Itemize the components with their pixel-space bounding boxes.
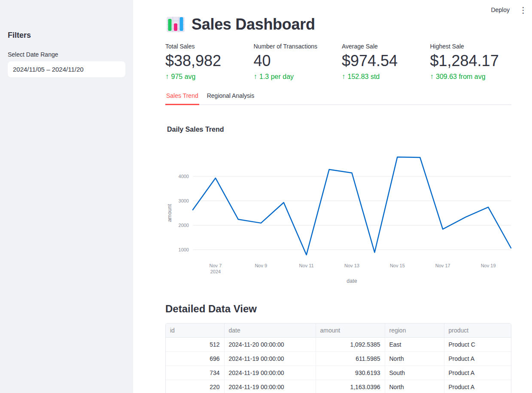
svg-text:Nov 11: Nov 11 <box>299 263 314 268</box>
metric-value: $974.54 <box>342 53 423 69</box>
metric-highest-sale: Highest Sale $1,284.17 ↑ 309.63 from avg <box>430 43 512 81</box>
metric-label: Highest Sale <box>430 43 512 50</box>
table-cell[interactable]: Product A <box>444 380 511 393</box>
app-window: Filters Select Date Range 2024/11/05 – 2… <box>0 0 532 393</box>
metric-delta: ↑ 975 avg <box>165 73 247 81</box>
kebab-menu-icon[interactable]: ⋮ <box>519 6 527 14</box>
date-range-value: 2024/11/05 – 2024/11/20 <box>13 66 84 73</box>
table-cell[interactable]: 2024-11-19 00:00:00 <box>224 380 316 393</box>
metrics-row: Total Sales $38,982 ↑ 975 avg Number of … <box>165 43 511 81</box>
table-cell[interactable]: 734 <box>166 366 224 380</box>
arrow-up-icon: ↑ <box>430 73 434 81</box>
svg-text:date: date <box>347 278 357 284</box>
app-header: Deploy ⋮ <box>483 0 532 20</box>
table-cell[interactable]: 2024-11-20 00:00:00 <box>224 338 316 352</box>
table-header-row: iddateamountregionproduct <box>166 323 511 338</box>
table-cell[interactable]: Product A <box>444 352 511 366</box>
metric-delta-text: 152.83 std <box>348 73 380 81</box>
svg-text:Nov 13: Nov 13 <box>344 263 359 268</box>
metric-delta: ↑ 152.83 std <box>342 73 423 81</box>
column-header-region[interactable]: region <box>385 323 444 338</box>
metric-num-transactions: Number of Transactions 40 ↑ 1.3 per day <box>254 43 335 81</box>
arrow-up-icon: ↑ <box>342 73 346 81</box>
table-cell[interactable]: 1,092.5385 <box>316 338 385 352</box>
date-range-widget: Select Date Range 2024/11/05 – 2024/11/2… <box>8 51 125 77</box>
table-cell[interactable]: East <box>385 338 444 352</box>
line-chart-canvas: 1000200030004000Nov 72024Nov 9Nov 11Nov … <box>165 139 515 290</box>
metric-delta: ↑ 1.3 per day <box>254 73 335 81</box>
page-title: Sales Dashboard <box>192 15 315 33</box>
svg-text:4000: 4000 <box>179 174 189 179</box>
metric-value: 40 <box>254 53 335 69</box>
svg-text:2024: 2024 <box>210 269 221 274</box>
metric-total-sales: Total Sales $38,982 ↑ 975 avg <box>165 43 247 81</box>
table-cell[interactable]: 611.5985 <box>316 352 385 366</box>
sidebar: Filters Select Date Range 2024/11/05 – 2… <box>0 0 133 393</box>
table-cell[interactable]: 512 <box>166 338 224 352</box>
chart-title: Daily Sales Trend <box>167 126 511 133</box>
table-cell[interactable]: 1,163.0396 <box>316 380 385 393</box>
data-table[interactable]: iddateamountregionproduct5122024-11-20 0… <box>165 323 511 393</box>
tab-sales-trend[interactable]: Sales Trend <box>165 92 199 104</box>
main-content: Sales Dashboard Total Sales $38,982 ↑ 97… <box>165 0 511 393</box>
table-cell[interactable]: 220 <box>166 380 224 393</box>
table-row: 6962024-11-19 00:00:00611.5985NorthProdu… <box>166 352 511 366</box>
date-range-input[interactable]: 2024/11/05 – 2024/11/20 <box>8 61 125 77</box>
table-cell[interactable]: Product C <box>444 338 511 352</box>
section-title-detailed-data: Detailed Data View <box>165 303 511 315</box>
arrow-up-icon: ↑ <box>165 73 169 81</box>
svg-text:Nov 7: Nov 7 <box>210 263 222 268</box>
metric-label: Total Sales <box>165 43 247 50</box>
arrow-up-icon: ↑ <box>254 73 258 81</box>
column-header-product[interactable]: product <box>444 323 511 338</box>
table-row: 2202024-11-19 00:00:001,163.0396NorthPro… <box>166 380 511 393</box>
svg-text:amount: amount <box>167 204 173 222</box>
bar-chart-emoji-icon <box>166 16 185 33</box>
table-cell[interactable]: South <box>385 366 444 380</box>
table-cell[interactable]: 2024-11-19 00:00:00 <box>224 366 316 380</box>
metric-value: $38,982 <box>165 53 247 69</box>
tab-regional-analysis[interactable]: Regional Analysis <box>206 92 255 104</box>
metric-label: Number of Transactions <box>254 43 335 50</box>
table-row: 5122024-11-20 00:00:001,092.5385EastProd… <box>166 338 511 352</box>
daily-sales-trend-chart: 1000200030004000Nov 72024Nov 9Nov 11Nov … <box>165 139 511 290</box>
tab-bar: Sales Trend Regional Analysis <box>165 92 511 105</box>
sidebar-title: Filters <box>8 31 125 40</box>
date-range-label: Select Date Range <box>8 51 125 58</box>
column-header-date[interactable]: date <box>224 323 316 338</box>
table-cell[interactable]: Product A <box>444 366 511 380</box>
svg-text:1000: 1000 <box>179 247 189 252</box>
table-cell[interactable]: North <box>385 352 444 366</box>
svg-text:2000: 2000 <box>179 223 189 228</box>
svg-text:3000: 3000 <box>179 198 189 203</box>
column-header-id[interactable]: id <box>166 323 224 338</box>
column-header-amount[interactable]: amount <box>316 323 385 338</box>
metric-delta-text: 975 avg <box>171 73 196 81</box>
metric-label: Average Sale <box>342 43 423 50</box>
title-row: Sales Dashboard <box>166 15 511 33</box>
table-row: 7342024-11-19 00:00:00930.6193SouthProdu… <box>166 366 511 380</box>
metric-delta-text: 309.63 from avg <box>436 73 486 81</box>
metric-value: $1,284.17 <box>430 53 512 69</box>
metric-delta-text: 1.3 per day <box>259 73 294 81</box>
metric-delta: ↑ 309.63 from avg <box>430 73 512 81</box>
svg-text:Nov 19: Nov 19 <box>481 263 496 268</box>
table-cell[interactable]: 696 <box>166 352 224 366</box>
deploy-button[interactable]: Deploy <box>488 5 512 15</box>
metric-average-sale: Average Sale $974.54 ↑ 152.83 std <box>342 43 423 81</box>
table-cell[interactable]: North <box>385 380 444 393</box>
svg-text:Nov 15: Nov 15 <box>390 263 405 268</box>
table-cell[interactable]: 930.6193 <box>316 366 385 380</box>
svg-text:Nov 9: Nov 9 <box>255 263 267 268</box>
svg-text:Nov 17: Nov 17 <box>435 263 450 268</box>
table-cell[interactable]: 2024-11-19 00:00:00 <box>224 352 316 366</box>
